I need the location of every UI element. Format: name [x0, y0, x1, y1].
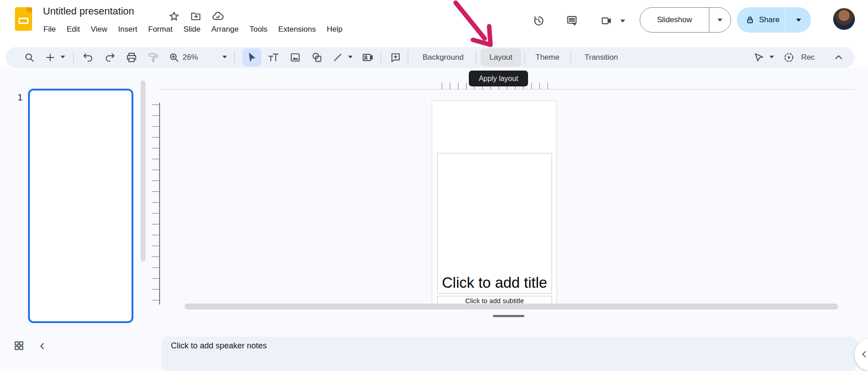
layout-button[interactable]: Layout: [481, 48, 521, 67]
slide-canvas[interactable]: Click to add title Click to add subtitle: [432, 100, 557, 305]
grid-view-icon: [14, 340, 24, 351]
menu-help[interactable]: Help: [321, 24, 348, 35]
toolbar-divider: [408, 51, 408, 64]
star-icon: [168, 10, 180, 22]
lock-icon: [745, 15, 755, 25]
select-tool-active[interactable]: [242, 48, 261, 67]
menu-edit[interactable]: Edit: [61, 24, 85, 35]
search-icon: [24, 52, 35, 63]
open-comments-button[interactable]: [566, 14, 577, 26]
speaker-notes-panel[interactable]: Click to add speaker notes: [161, 337, 858, 371]
print-icon: [126, 52, 137, 63]
text-box-button[interactable]: [268, 52, 279, 63]
doc-status-button[interactable]: [212, 11, 224, 22]
chevron-down-icon: [796, 19, 801, 22]
slideshow-dropdown[interactable]: [709, 19, 731, 22]
meet-camera-button[interactable]: [600, 14, 612, 26]
title-placeholder[interactable]: Click to add title: [437, 153, 552, 294]
toolbar-divider: [571, 51, 571, 64]
menu-file[interactable]: File: [38, 24, 61, 35]
laser-pointer-button[interactable]: [753, 52, 765, 63]
record-label[interactable]: Rec: [797, 47, 818, 68]
toolbar-divider: [381, 51, 381, 64]
vertical-ruler-line: [159, 103, 160, 304]
zoom-in-icon: [168, 52, 180, 63]
laser-pointer-icon: [753, 52, 765, 63]
grid-view-button[interactable]: [14, 340, 24, 351]
document-title[interactable]: Untitled presentation: [43, 5, 134, 17]
background-button[interactable]: Background: [414, 47, 472, 68]
add-comment-button[interactable]: [390, 52, 401, 63]
record-button[interactable]: [783, 52, 795, 63]
new-slide-button[interactable]: [44, 52, 56, 63]
slide-thumbnail-selected[interactable]: [28, 89, 133, 323]
line-dropdown[interactable]: [348, 56, 353, 58]
insert-image-button[interactable]: [289, 52, 301, 63]
logo-bar: [19, 18, 28, 24]
star-button[interactable]: [168, 11, 180, 22]
paint-format-button: [147, 52, 159, 63]
menu-extensions[interactable]: Extensions: [273, 24, 321, 35]
comment-add-icon: [390, 52, 401, 63]
slides-logo-icon[interactable]: [15, 7, 32, 31]
toolbar-divider: [234, 51, 235, 64]
version-history-button[interactable]: [532, 14, 544, 26]
chevron-down-icon: [61, 56, 65, 58]
header: Untitled presentation File Edit View Ins…: [0, 0, 868, 47]
redo-button[interactable]: [104, 52, 116, 63]
history-icon: [532, 14, 545, 27]
image-icon: [289, 52, 301, 63]
folder-move-icon: [190, 10, 202, 22]
collapse-filmstrip-button[interactable]: [38, 342, 47, 351]
canvas-horizontal-scrollbar[interactable]: [184, 304, 838, 309]
menu-tools[interactable]: Tools: [244, 24, 273, 35]
pointer-dropdown[interactable]: [769, 56, 774, 58]
menu-arrange[interactable]: Arrange: [206, 24, 244, 35]
insert-video-button[interactable]: [362, 52, 373, 63]
share-button[interactable]: Share: [759, 15, 779, 24]
paint-roller-icon: [147, 52, 159, 63]
camera-icon: [600, 14, 613, 27]
new-slide-dropdown[interactable]: [61, 56, 65, 58]
share-button-group[interactable]: Share: [737, 7, 811, 33]
theme-button[interactable]: Theme: [528, 47, 567, 68]
menu-slide[interactable]: Slide: [178, 24, 206, 35]
chevron-up-icon: [833, 52, 844, 63]
zoom-button[interactable]: [168, 52, 180, 63]
chevron-down-icon: [717, 19, 722, 22]
text-box-icon: [268, 52, 279, 63]
logo-fold: [27, 7, 32, 13]
shape-icon: [311, 52, 323, 63]
print-button[interactable]: [126, 52, 137, 63]
chevron-down-icon: [769, 56, 774, 58]
slideshow-button-group: Slideshow: [640, 7, 731, 33]
collapse-toolbar-button[interactable]: [833, 52, 844, 63]
move-button[interactable]: [190, 11, 202, 22]
toolbar-divider: [524, 51, 525, 64]
toolbar-divider: [476, 51, 476, 64]
menu-view[interactable]: View: [85, 24, 113, 35]
meet-dropdown[interactable]: [620, 19, 625, 23]
title-placeholder-text: Click to add title: [438, 274, 552, 291]
filmstrip-scrollbar[interactable]: [141, 81, 146, 262]
zoom-level[interactable]: 26%: [183, 47, 198, 68]
google-slides-window: Untitled presentation File Edit View Ins…: [0, 0, 868, 371]
chevron-left-icon: [860, 350, 868, 359]
undo-button[interactable]: [82, 52, 94, 63]
speaker-notes-placeholder: Click to add speaker notes: [171, 341, 267, 351]
transition-button[interactable]: Transition: [575, 47, 627, 68]
insert-shape-button[interactable]: [311, 52, 323, 63]
share-dropdown[interactable]: [786, 19, 811, 22]
chevron-left-icon: [38, 342, 47, 351]
plus-icon: [44, 52, 56, 63]
zoom-dropdown[interactable]: [222, 56, 227, 58]
account-avatar[interactable]: [833, 8, 855, 30]
search-menus-button[interactable]: [24, 52, 35, 63]
line-icon: [332, 52, 344, 63]
menu-format[interactable]: Format: [143, 24, 178, 35]
notes-resize-handle[interactable]: [493, 315, 524, 317]
slideshow-button[interactable]: Slideshow: [640, 15, 709, 24]
insert-line-button[interactable]: [332, 52, 344, 63]
menu-bar: File Edit View Insert Format Slide Arran…: [38, 24, 348, 35]
menu-insert[interactable]: Insert: [113, 24, 143, 35]
